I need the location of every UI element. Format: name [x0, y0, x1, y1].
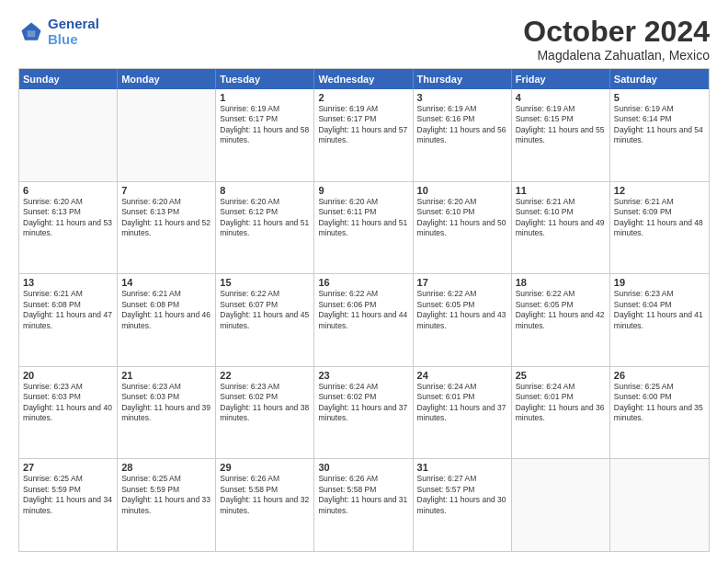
day-number: 19	[614, 277, 705, 288]
calendar-cell: 13Sunrise: 6:21 AMSunset: 6:08 PMDayligh…	[19, 274, 118, 366]
calendar-row-1: 1Sunrise: 6:19 AMSunset: 6:17 PMDaylight…	[19, 89, 709, 181]
day-number: 24	[417, 370, 507, 381]
cell-info: Sunrise: 6:24 AMSunset: 6:01 PMDaylight:…	[417, 382, 507, 424]
calendar-cell: 23Sunrise: 6:24 AMSunset: 6:02 PMDayligh…	[314, 367, 413, 459]
cell-info: Sunrise: 6:20 AMSunset: 6:13 PMDaylight:…	[23, 197, 113, 239]
svg-rect-2	[28, 30, 36, 37]
cell-info: Sunrise: 6:22 AMSunset: 6:05 PMDaylight:…	[516, 289, 606, 331]
day-number: 5	[614, 92, 705, 103]
header-thursday: Thursday	[414, 69, 512, 89]
day-number: 2	[318, 92, 408, 103]
calendar-header: Sunday Monday Tuesday Wednesday Thursday…	[19, 69, 709, 89]
cell-info: Sunrise: 6:21 AMSunset: 6:08 PMDaylight:…	[121, 289, 211, 331]
calendar-cell: 2Sunrise: 6:19 AMSunset: 6:17 PMDaylight…	[314, 89, 413, 181]
calendar-cell: 22Sunrise: 6:23 AMSunset: 6:02 PMDayligh…	[216, 367, 314, 459]
day-number: 29	[220, 462, 310, 473]
header-saturday: Saturday	[610, 69, 709, 89]
calendar-cell: 9Sunrise: 6:20 AMSunset: 6:11 PMDaylight…	[314, 182, 413, 274]
title-block: October 2024 Magdalena Zahuatlan, Mexico	[523, 17, 710, 63]
calendar-cell: 3Sunrise: 6:19 AMSunset: 6:16 PMDaylight…	[414, 89, 512, 181]
calendar-cell: 8Sunrise: 6:20 AMSunset: 6:12 PMDaylight…	[216, 182, 314, 274]
day-number: 1	[220, 92, 310, 103]
day-number: 9	[318, 185, 408, 196]
day-number: 12	[614, 185, 705, 196]
calendar-row-2: 6Sunrise: 6:20 AMSunset: 6:13 PMDaylight…	[19, 181, 709, 274]
header-sunday: Sunday	[19, 69, 118, 89]
cell-info: Sunrise: 6:23 AMSunset: 6:02 PMDaylight:…	[220, 382, 310, 424]
cell-info: Sunrise: 6:20 AMSunset: 6:12 PMDaylight:…	[220, 197, 310, 239]
cell-info: Sunrise: 6:19 AMSunset: 6:16 PMDaylight:…	[417, 104, 507, 146]
calendar-cell: 12Sunrise: 6:21 AMSunset: 6:09 PMDayligh…	[610, 182, 709, 274]
day-number: 23	[318, 370, 408, 381]
calendar: Sunday Monday Tuesday Wednesday Thursday…	[18, 68, 710, 552]
header-tuesday: Tuesday	[216, 69, 314, 89]
logo: General Blue	[18, 17, 99, 47]
calendar-cell	[610, 459, 709, 551]
cell-info: Sunrise: 6:23 AMSunset: 6:03 PMDaylight:…	[23, 382, 113, 424]
cell-info: Sunrise: 6:19 AMSunset: 6:14 PMDaylight:…	[614, 104, 705, 146]
calendar-cell: 21Sunrise: 6:23 AMSunset: 6:03 PMDayligh…	[118, 367, 216, 459]
calendar-cell	[19, 89, 118, 181]
calendar-cell: 11Sunrise: 6:21 AMSunset: 6:10 PMDayligh…	[512, 182, 610, 274]
cell-info: Sunrise: 6:25 AMSunset: 6:00 PMDaylight:…	[614, 382, 705, 424]
day-number: 20	[23, 370, 113, 381]
cell-info: Sunrise: 6:24 AMSunset: 6:02 PMDaylight:…	[318, 382, 408, 424]
day-number: 7	[121, 185, 211, 196]
cell-info: Sunrise: 6:22 AMSunset: 6:05 PMDaylight:…	[417, 289, 507, 331]
day-number: 16	[318, 277, 408, 288]
day-number: 21	[121, 370, 211, 381]
day-number: 4	[516, 92, 606, 103]
calendar-cell: 29Sunrise: 6:26 AMSunset: 5:58 PMDayligh…	[216, 459, 314, 551]
cell-info: Sunrise: 6:21 AMSunset: 6:08 PMDaylight:…	[23, 289, 113, 331]
cell-info: Sunrise: 6:19 AMSunset: 6:15 PMDaylight:…	[516, 104, 606, 146]
calendar-cell: 6Sunrise: 6:20 AMSunset: 6:13 PMDaylight…	[19, 182, 118, 274]
day-number: 8	[220, 185, 310, 196]
day-number: 13	[23, 277, 113, 288]
cell-info: Sunrise: 6:27 AMSunset: 5:57 PMDaylight:…	[417, 474, 507, 516]
day-number: 31	[417, 462, 507, 473]
calendar-cell: 17Sunrise: 6:22 AMSunset: 6:05 PMDayligh…	[414, 274, 512, 366]
calendar-body: 1Sunrise: 6:19 AMSunset: 6:17 PMDaylight…	[19, 89, 709, 551]
cell-info: Sunrise: 6:23 AMSunset: 6:03 PMDaylight:…	[121, 382, 211, 424]
day-number: 25	[516, 370, 606, 381]
logo-text: General Blue	[48, 17, 99, 47]
calendar-cell: 4Sunrise: 6:19 AMSunset: 6:15 PMDaylight…	[512, 89, 610, 181]
calendar-cell: 7Sunrise: 6:20 AMSunset: 6:13 PMDaylight…	[118, 182, 216, 274]
calendar-cell: 24Sunrise: 6:24 AMSunset: 6:01 PMDayligh…	[414, 367, 512, 459]
calendar-row-3: 13Sunrise: 6:21 AMSunset: 6:08 PMDayligh…	[19, 273, 709, 366]
header: General Blue October 2024 Magdalena Zahu…	[18, 17, 710, 63]
calendar-cell: 30Sunrise: 6:26 AMSunset: 5:58 PMDayligh…	[314, 459, 413, 551]
calendar-row-4: 20Sunrise: 6:23 AMSunset: 6:03 PMDayligh…	[19, 366, 709, 459]
day-number: 27	[23, 462, 113, 473]
location: Magdalena Zahuatlan, Mexico	[523, 48, 710, 63]
cell-info: Sunrise: 6:23 AMSunset: 6:04 PMDaylight:…	[614, 289, 705, 331]
calendar-cell: 25Sunrise: 6:24 AMSunset: 6:01 PMDayligh…	[512, 367, 610, 459]
calendar-cell: 14Sunrise: 6:21 AMSunset: 6:08 PMDayligh…	[118, 274, 216, 366]
day-number: 28	[121, 462, 211, 473]
calendar-row-5: 27Sunrise: 6:25 AMSunset: 5:59 PMDayligh…	[19, 458, 709, 551]
cell-info: Sunrise: 6:20 AMSunset: 6:13 PMDaylight:…	[121, 197, 211, 239]
calendar-cell: 28Sunrise: 6:25 AMSunset: 5:59 PMDayligh…	[118, 459, 216, 551]
calendar-cell: 1Sunrise: 6:19 AMSunset: 6:17 PMDaylight…	[216, 89, 314, 181]
day-number: 3	[417, 92, 507, 103]
cell-info: Sunrise: 6:19 AMSunset: 6:17 PMDaylight:…	[220, 104, 310, 146]
day-number: 18	[516, 277, 606, 288]
header-wednesday: Wednesday	[314, 69, 413, 89]
day-number: 10	[417, 185, 507, 196]
cell-info: Sunrise: 6:21 AMSunset: 6:10 PMDaylight:…	[516, 197, 606, 239]
day-number: 11	[516, 185, 606, 196]
calendar-cell	[512, 459, 610, 551]
page: General Blue October 2024 Magdalena Zahu…	[0, 0, 728, 563]
day-number: 22	[220, 370, 310, 381]
cell-info: Sunrise: 6:25 AMSunset: 5:59 PMDaylight:…	[121, 474, 211, 516]
cell-info: Sunrise: 6:20 AMSunset: 6:11 PMDaylight:…	[318, 197, 408, 239]
calendar-cell: 26Sunrise: 6:25 AMSunset: 6:00 PMDayligh…	[610, 367, 709, 459]
calendar-cell: 18Sunrise: 6:22 AMSunset: 6:05 PMDayligh…	[512, 274, 610, 366]
calendar-cell: 19Sunrise: 6:23 AMSunset: 6:04 PMDayligh…	[610, 274, 709, 366]
calendar-cell: 5Sunrise: 6:19 AMSunset: 6:14 PMDaylight…	[610, 89, 709, 181]
month-title: October 2024	[523, 17, 710, 46]
calendar-cell: 20Sunrise: 6:23 AMSunset: 6:03 PMDayligh…	[19, 367, 118, 459]
calendar-cell: 31Sunrise: 6:27 AMSunset: 5:57 PMDayligh…	[414, 459, 512, 551]
calendar-cell: 15Sunrise: 6:22 AMSunset: 6:07 PMDayligh…	[216, 274, 314, 366]
cell-info: Sunrise: 6:22 AMSunset: 6:06 PMDaylight:…	[318, 289, 408, 331]
